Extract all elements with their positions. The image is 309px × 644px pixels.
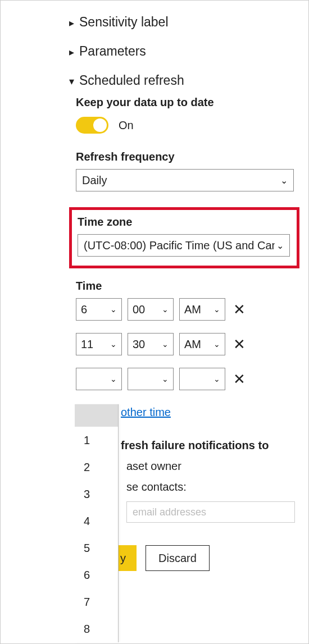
hour-option[interactable]: 6: [75, 561, 118, 588]
time-minute-value: 30: [133, 338, 145, 351]
chevron-down-icon: ⌄: [276, 240, 284, 251]
discard-button[interactable]: Discard: [146, 545, 210, 571]
toggle-state-label: On: [119, 119, 134, 132]
refresh-frequency-value: Daily: [82, 174, 107, 187]
time-minute-select[interactable]: ⌄: [128, 368, 174, 390]
chevron-down-icon: ⌄: [110, 340, 117, 349]
time-hour-select[interactable]: 6 ⌄: [76, 298, 122, 321]
hour-option[interactable]: 2: [75, 454, 118, 481]
add-another-time-link[interactable]: other time: [121, 406, 171, 419]
chevron-down-icon: ⌄: [110, 305, 117, 314]
timezone-value: (UTC-08:00) Pacific Time (US and Canada): [84, 239, 275, 252]
keep-data-label: Keep your data up to date: [76, 96, 308, 109]
hour-option[interactable]: 4: [75, 508, 118, 535]
chevron-down-icon: ⌄: [162, 305, 169, 314]
time-row: 11 ⌄ 30 ⌄ AM ⌄ ✕: [76, 333, 308, 355]
timezone-label: Time zone: [78, 216, 291, 229]
notification-owner-option[interactable]: aset owner: [126, 460, 308, 473]
time-row: ⌄ ⌄ ⌄ ✕: [76, 368, 308, 390]
discard-label: Discard: [158, 552, 197, 565]
time-hour-select[interactable]: ⌄: [76, 368, 122, 390]
chevron-down-icon: [69, 74, 77, 87]
chevron-right-icon: [69, 45, 77, 58]
remove-time-icon[interactable]: ✕: [231, 337, 248, 351]
time-ampm-value: AM: [184, 303, 201, 316]
chevron-down-icon: ⌄: [162, 340, 169, 349]
time-minute-value: 00: [133, 303, 145, 316]
section-sensitivity-title: Sensitivity label: [79, 15, 169, 30]
time-ampm-value: AM: [184, 338, 201, 351]
chevron-down-icon: ⌄: [280, 175, 288, 186]
time-minute-select[interactable]: 30 ⌄: [128, 333, 174, 355]
hour-option[interactable]: 5: [75, 535, 118, 561]
section-parameters[interactable]: Parameters: [69, 44, 308, 59]
chevron-down-icon: ⌄: [213, 305, 220, 314]
hour-option[interactable]: 7: [75, 588, 118, 615]
section-scheduled-refresh[interactable]: Scheduled refresh: [69, 73, 308, 88]
keep-data-toggle[interactable]: [76, 117, 108, 134]
timezone-select[interactable]: (UTC-08:00) Pacific Time (US and Canada)…: [78, 234, 290, 257]
section-sensitivity-label[interactable]: Sensitivity label: [69, 15, 308, 30]
time-ampm-select[interactable]: AM ⌄: [179, 333, 225, 355]
section-scheduled-title: Scheduled refresh: [79, 73, 184, 88]
refresh-frequency-label: Refresh frequency: [76, 150, 308, 163]
timezone-highlight: Time zone (UTC-08:00) Pacific Time (US a…: [69, 207, 299, 268]
toggle-knob: [93, 118, 107, 132]
hour-dropdown-list[interactable]: 1 2 3 4 5 6 7 8: [75, 404, 119, 642]
remove-time-icon[interactable]: ✕: [231, 302, 248, 317]
hour-option[interactable]: 3: [75, 481, 118, 508]
chevron-down-icon: ⌄: [213, 340, 220, 349]
notification-contacts-option[interactable]: se contacts:: [126, 481, 308, 494]
chevron-down-icon: ⌄: [213, 374, 220, 383]
time-ampm-select[interactable]: AM ⌄: [179, 298, 225, 321]
notification-heading: fresh failure notifications to: [121, 439, 308, 452]
notification-email-input[interactable]: email addresses: [126, 501, 295, 523]
chevron-down-icon: ⌄: [162, 374, 169, 383]
hour-option[interactable]: 8: [75, 615, 118, 642]
time-label: Time: [76, 280, 308, 293]
apply-label: y: [120, 552, 126, 565]
chevron-right-icon: [69, 16, 77, 29]
section-parameters-title: Parameters: [79, 44, 146, 59]
time-hour-select[interactable]: 11 ⌄: [76, 333, 122, 355]
hour-option[interactable]: 1: [75, 427, 118, 454]
time-row: 6 ⌄ 00 ⌄ AM ⌄ ✕: [76, 298, 308, 321]
remove-time-icon[interactable]: ✕: [231, 372, 248, 386]
time-hour-value: 6: [81, 303, 87, 316]
chevron-down-icon: ⌄: [110, 374, 117, 383]
time-minute-select[interactable]: 00 ⌄: [128, 298, 174, 321]
time-ampm-select[interactable]: ⌄: [179, 368, 225, 390]
time-hour-value: 11: [81, 338, 93, 351]
email-placeholder: email addresses: [133, 506, 206, 518]
refresh-frequency-select[interactable]: Daily ⌄: [76, 169, 294, 191]
hour-option-blank[interactable]: [75, 404, 118, 427]
